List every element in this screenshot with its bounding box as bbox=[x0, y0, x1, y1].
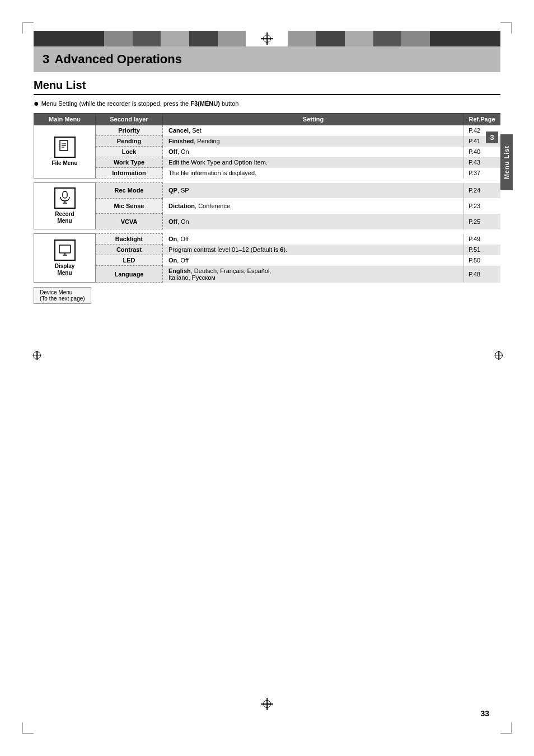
table-row: LED On, Off P.50 bbox=[34, 255, 500, 266]
instruction-text: Menu Setting (while the recorder is stop… bbox=[41, 100, 239, 107]
spacer-row-2 bbox=[34, 229, 500, 234]
setting-language: English, Deutsch, Français, Español,Ital… bbox=[163, 266, 464, 283]
ref-micsense: P.23 bbox=[464, 198, 500, 214]
trim-mark-bl bbox=[22, 722, 34, 734]
sidebar-menu-list-label: Menu List bbox=[503, 145, 510, 179]
table-row: Language English, Deutsch, Français, Esp… bbox=[34, 266, 500, 283]
setting-worktype: Edit the Work Type and Option Item. bbox=[163, 157, 464, 168]
ref-worktype: P.43 bbox=[464, 157, 500, 168]
ref-backlight: P.49 bbox=[464, 234, 500, 245]
setting-priority: Cancel, Set bbox=[163, 125, 464, 136]
trim-mark-tl bbox=[22, 22, 34, 34]
setting-led: On, Off bbox=[163, 255, 464, 266]
backlight-label: Backlight bbox=[115, 236, 143, 242]
second-layer-micsense: Mic Sense bbox=[96, 198, 163, 214]
instruction-line: ● Menu Setting (while the recorder is st… bbox=[34, 98, 500, 109]
table-row: Work Type Edit the Work Type and Option … bbox=[34, 157, 500, 168]
second-layer-lock: Lock bbox=[96, 147, 163, 157]
second-layer-pending: Pending bbox=[96, 136, 163, 147]
menu-table: Main Menu Second layer Setting Ref.Page bbox=[34, 113, 500, 283]
setting-backlight: On, Off bbox=[163, 234, 464, 245]
setting-pending: Finished, Pending bbox=[163, 136, 464, 147]
svg-rect-4 bbox=[63, 191, 67, 198]
spacer-row-1 bbox=[34, 179, 500, 183]
ref-vcva: P.25 bbox=[464, 214, 500, 229]
sidebar-panel: Menu List bbox=[500, 134, 513, 190]
recmode-label: Rec Mode bbox=[115, 187, 144, 194]
display-icon-svg bbox=[58, 243, 72, 257]
ref-lock: P.40 bbox=[464, 147, 500, 157]
setting-information: The file information is displayed. bbox=[163, 168, 464, 179]
priority-label: Priority bbox=[118, 127, 140, 134]
ref-led: P.50 bbox=[464, 255, 500, 266]
device-menu-note: Device Menu(To the next page) bbox=[34, 287, 500, 304]
table-row: Lock Off, On P.40 bbox=[34, 147, 500, 157]
setting-recmode: QP, SP bbox=[163, 183, 464, 199]
th-setting: Setting bbox=[163, 114, 464, 125]
record-menu-icon bbox=[54, 187, 76, 209]
setting-lock: Off, On bbox=[163, 147, 464, 157]
second-layer-backlight: Backlight bbox=[96, 234, 163, 245]
ref-recmode: P.24 bbox=[464, 183, 500, 199]
header-strip bbox=[34, 31, 500, 46]
record-menu-icon-group: RecordMenu bbox=[36, 187, 93, 224]
file-menu-label: File Menu bbox=[51, 160, 77, 167]
chapter-title: Advanced Operations bbox=[55, 52, 182, 66]
worktype-label: Work Type bbox=[114, 159, 144, 166]
ref-language: P.48 bbox=[464, 266, 500, 283]
display-menu-icon bbox=[54, 240, 76, 261]
trim-mark-br bbox=[500, 722, 512, 734]
file-menu-icon bbox=[54, 137, 76, 158]
table-row: Contrast Program contrast level 01–12 (D… bbox=[34, 245, 500, 255]
file-icon-svg bbox=[59, 140, 71, 154]
main-menu-cell-file: File Menu bbox=[34, 125, 96, 179]
sidebar-chapter-number: 3 bbox=[486, 132, 498, 143]
table-row: RecordMenu Rec Mode QP, SP P.24 bbox=[34, 183, 500, 199]
table-row: Information The file information is disp… bbox=[34, 168, 500, 179]
svg-rect-7 bbox=[59, 245, 71, 253]
lock-label: Lock bbox=[122, 148, 137, 155]
table-row: File Menu Priority Cancel, Set P.42 bbox=[34, 125, 500, 136]
table-row: VCVA Off, On P.25 bbox=[34, 214, 500, 229]
ref-information: P.37 bbox=[464, 168, 500, 179]
display-menu-icon-group: DisplayMenu bbox=[36, 240, 93, 276]
second-layer-priority: Priority bbox=[96, 125, 163, 136]
pending-label: Pending bbox=[117, 138, 141, 144]
th-ref-page: Ref.Page bbox=[464, 114, 500, 125]
th-second-layer: Second layer bbox=[96, 114, 163, 125]
display-menu-label: DisplayMenu bbox=[55, 263, 75, 276]
trim-mark-tr bbox=[500, 22, 512, 34]
second-layer-led: LED bbox=[96, 255, 163, 266]
main-menu-cell-display: DisplayMenu bbox=[34, 234, 96, 283]
table-row: Pending Finished, Pending P.41 bbox=[34, 136, 500, 147]
second-layer-worktype: Work Type bbox=[96, 157, 163, 168]
setting-micsense: Dictation, Conference bbox=[163, 198, 464, 214]
ref-contrast: P.51 bbox=[464, 245, 500, 255]
page-content: 3 Advanced Operations Menu List ● Menu S… bbox=[34, 31, 500, 725]
micsense-label: Mic Sense bbox=[114, 203, 144, 209]
second-layer-recmode: Rec Mode bbox=[96, 183, 163, 199]
mic-icon-svg bbox=[59, 191, 71, 205]
th-main-menu: Main Menu bbox=[34, 114, 96, 125]
page-number: 33 bbox=[480, 709, 489, 718]
file-menu-icon-group: File Menu bbox=[36, 137, 93, 167]
contrast-label: Contrast bbox=[116, 246, 142, 253]
led-label: LED bbox=[123, 257, 135, 264]
setting-contrast: Program contrast level 01–12 (Default is… bbox=[163, 245, 464, 255]
setting-vcva: Off, On bbox=[163, 214, 464, 229]
language-label: Language bbox=[115, 271, 144, 278]
second-layer-information: Information bbox=[96, 168, 163, 179]
bottom-crosshair bbox=[263, 699, 271, 708]
device-menu-note-text: Device Menu(To the next page) bbox=[34, 287, 91, 304]
chapter-header: 3 Advanced Operations bbox=[34, 46, 500, 72]
second-layer-vcva: VCVA bbox=[96, 214, 163, 229]
information-label: Information bbox=[112, 170, 146, 176]
main-menu-cell-record: RecordMenu bbox=[34, 183, 96, 229]
table-row: DisplayMenu Backlight On, Off P.49 bbox=[34, 234, 500, 245]
second-layer-language: Language bbox=[96, 266, 163, 283]
record-menu-label: RecordMenu bbox=[55, 211, 74, 224]
section-title: Menu List bbox=[34, 79, 500, 95]
vcva-label: VCVA bbox=[121, 218, 138, 225]
chapter-number: 3 bbox=[43, 52, 49, 66]
second-layer-contrast: Contrast bbox=[96, 245, 163, 255]
